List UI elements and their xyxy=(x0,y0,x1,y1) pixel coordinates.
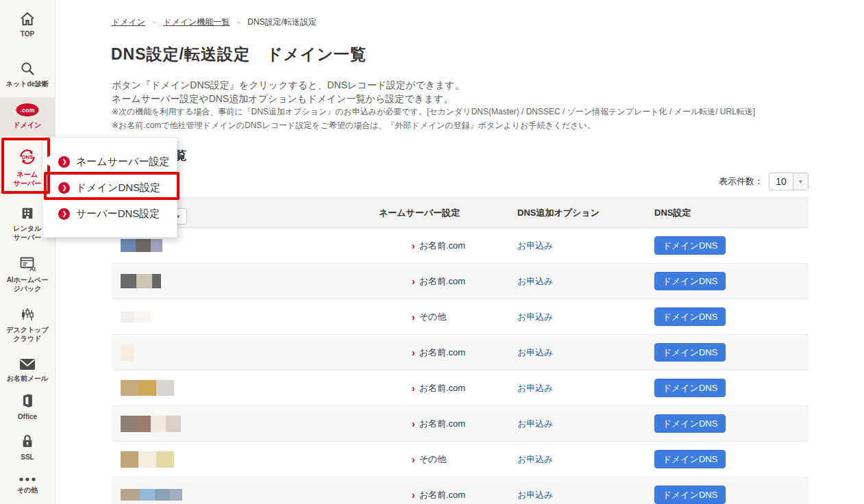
sidebar: TOP ネットde診断 .com ドメイン DNS xyxy=(0,0,55,504)
sidebar-item-label: ネットde診断 xyxy=(6,79,49,88)
nameserver-link[interactable]: お名前.com xyxy=(419,346,465,359)
page: TOP ネットde診断 .com ドメイン DNS xyxy=(0,0,864,504)
sidebar-item-label: TOP xyxy=(21,29,34,38)
sidebar-item-label: その他 xyxy=(17,486,38,494)
dns-option-apply-link[interactable]: お申込み xyxy=(517,240,554,251)
chevron-right-icon: › xyxy=(412,312,415,322)
domain-dns-button[interactable]: ドメインDNS xyxy=(654,450,726,468)
breadcrumb-link-domain-functions[interactable]: ドメイン機能一覧 xyxy=(163,16,230,28)
table-header-dns-setting: DNS設定 xyxy=(654,207,809,219)
display-count-select[interactable]: 10 ▼ xyxy=(769,173,809,190)
sidebar-item-label: ドメイン xyxy=(14,121,42,129)
chevron-right-icon: › xyxy=(412,490,415,500)
domain-name-redacted xyxy=(112,274,379,288)
sidebar-item-other[interactable]: その他 xyxy=(0,477,55,494)
nameserver-link[interactable]: お名前.com xyxy=(419,382,465,394)
sidebar-item-ssl[interactable]: SSL xyxy=(0,433,55,462)
sidebar-item-net-de-shindan[interactable]: ネットde診断 xyxy=(0,61,55,88)
sidebar-item-desktop-cloud[interactable]: デスクトップ クラウド xyxy=(0,307,55,343)
breadcrumb-separator: ＞ xyxy=(235,18,242,27)
nameserver-link[interactable]: お名前.com xyxy=(419,240,465,252)
domain-dns-button[interactable]: ドメインDNS xyxy=(654,486,726,504)
page-title: DNS設定/転送設定 ドメイン一覧 xyxy=(111,44,367,65)
domain-name-redacted xyxy=(112,239,379,252)
menu-item-server-dns-settings[interactable]: ❯ サーバーDNS設定 xyxy=(58,201,177,227)
dns-refresh-icon: DNS xyxy=(18,147,37,166)
table-header-row: ▼ ネームサーバー設定 DNS追加オプション DNS設定 xyxy=(112,197,809,228)
table-row: ›お名前.com お申込み ドメインDNS xyxy=(112,477,809,504)
dns-option-apply-link[interactable]: お申込み xyxy=(517,418,554,429)
circle-chevron-icon: ❯ xyxy=(58,156,70,168)
dns-option-apply-link[interactable]: お申込み xyxy=(517,312,554,322)
chevron-right-icon: › xyxy=(412,455,415,464)
more-dots-icon xyxy=(18,477,37,482)
nameserver-link[interactable]: その他 xyxy=(419,453,447,466)
chevron-right-icon: › xyxy=(412,277,415,286)
description-line: ネームサーバー設定やDNS追加オプションもドメイン一覧から設定できます。 xyxy=(112,92,465,105)
table-row: ›その他 お申込み ドメインDNS xyxy=(112,442,809,477)
sidebar-item-top[interactable]: TOP xyxy=(0,11,55,38)
domain-dns-button[interactable]: ドメインDNS xyxy=(654,414,726,433)
sidebar-item-label: Office xyxy=(18,412,37,421)
domain-name-redacted xyxy=(112,489,379,501)
lock-icon xyxy=(20,433,35,449)
flyout-notch xyxy=(42,155,51,167)
chevron-right-icon: › xyxy=(412,383,415,393)
sidebar-item-ai-homepage-pack[interactable]: AI AIホームペー ジパック xyxy=(0,255,55,293)
chevron-right-icon: › xyxy=(412,348,415,357)
table-row: ›お名前.com お申込み ドメインDNS xyxy=(112,335,809,370)
nameserver-link[interactable]: お名前.com xyxy=(419,489,465,501)
table-row: ›お名前.com お申込み ドメインDNS xyxy=(112,228,809,264)
sidebar-item-office[interactable]: Office xyxy=(0,392,55,421)
dns-option-apply-link[interactable]: お申込み xyxy=(517,454,554,464)
nameserver-link[interactable]: その他 xyxy=(419,311,447,323)
nameserver-link[interactable]: お名前.com xyxy=(419,275,465,288)
svg-text:AI: AI xyxy=(29,266,36,272)
domain-name-redacted xyxy=(112,451,379,468)
sidebar-item-onamae-mail[interactable]: お名前メール xyxy=(0,358,55,383)
description-line: ボタン『ドメインDNS設定』をクリックすると、DNSレコード設定ができます。 xyxy=(112,78,465,92)
sidebar-item-domain[interactable]: .com ドメイン xyxy=(0,97,55,136)
circle-chevron-icon: ❯ xyxy=(58,208,70,220)
breadcrumb-link-domain[interactable]: ドメイン xyxy=(112,16,145,28)
domain-dns-button[interactable]: ドメインDNS xyxy=(654,272,726,290)
ai-homepage-icon: AI xyxy=(19,255,36,272)
display-count-control: 表示件数： 10 ▼ xyxy=(719,173,809,190)
nameserver-link[interactable]: お名前.com xyxy=(419,418,465,430)
domain-dns-button[interactable]: ドメインDNS xyxy=(654,307,726,326)
search-icon xyxy=(20,61,35,76)
dns-option-apply-link[interactable]: お申込み xyxy=(517,347,554,357)
breadcrumb-current: DNS設定/転送設定 xyxy=(247,16,317,28)
menu-item-label: ドメインDNS設定 xyxy=(76,181,160,194)
sidebar-item-label: お名前メール xyxy=(7,374,49,383)
domain-dns-button[interactable]: ドメインDNS xyxy=(654,343,726,362)
domain-dns-button[interactable]: ドメインDNS xyxy=(654,236,726,255)
svg-text:.com: .com xyxy=(20,107,34,114)
mail-icon xyxy=(19,358,36,370)
dns-option-apply-link[interactable]: お申込み xyxy=(517,490,554,500)
dns-option-apply-link[interactable]: お申込み xyxy=(517,276,554,286)
sidebar-item-label: AIホームペー xyxy=(7,275,49,284)
sidebar-item-label: クラウド xyxy=(14,334,42,343)
chevron-right-icon: › xyxy=(412,241,415,251)
table-header-dns-option: DNS追加オプション xyxy=(517,207,654,219)
office-icon xyxy=(20,392,35,409)
breadcrumb-separator: ＞ xyxy=(151,18,158,27)
home-icon xyxy=(19,11,36,26)
page-notes: ※次の機能を利用する場合、事前に『DNS追加オプション』のお申込みが必要です。[… xyxy=(112,105,755,132)
note-line: ※次の機能を利用する場合、事前に『DNS追加オプション』のお申込みが必要です。[… xyxy=(112,105,755,118)
display-count-value: 10 xyxy=(769,173,793,190)
sidebar-item-label: レンタル xyxy=(14,224,42,233)
domain-dns-button[interactable]: ドメインDNS xyxy=(654,379,726,397)
dns-option-apply-link[interactable]: お申込み xyxy=(517,383,554,393)
domain-table: ▼ ネームサーバー設定 DNS追加オプション DNS設定 ›お名前.com お申… xyxy=(112,197,809,504)
menu-item-nameserver-settings[interactable]: ❯ ネームサーバー設定 xyxy=(58,149,177,175)
chevron-right-icon: › xyxy=(412,419,415,429)
svg-text:DNS: DNS xyxy=(22,154,33,160)
menu-item-domain-dns-settings[interactable]: ❯ ドメインDNS設定 xyxy=(58,175,177,201)
domain-name-redacted xyxy=(112,344,379,361)
sidebar-item-label: ネーム xyxy=(17,170,38,179)
sidebar-item-label: ジパック xyxy=(14,284,42,293)
chevron-down-icon: ▼ xyxy=(793,173,808,190)
sidebar-item-label: サーバー xyxy=(14,233,41,242)
